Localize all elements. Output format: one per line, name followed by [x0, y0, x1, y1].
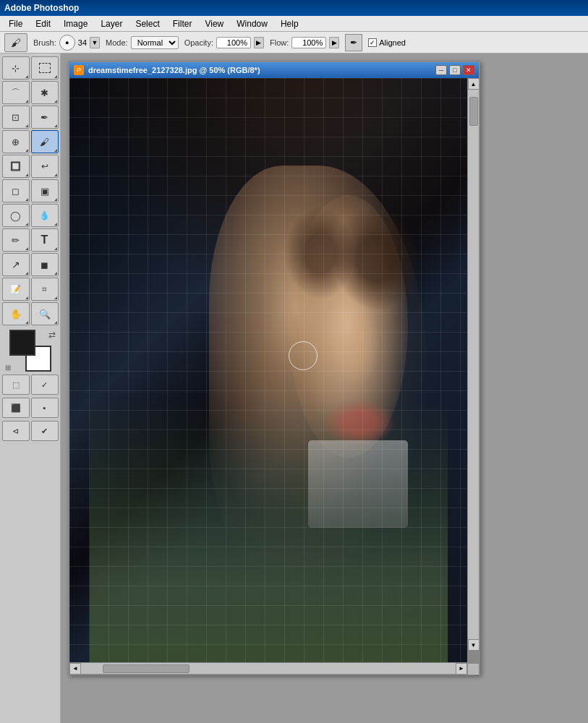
tool-select-rect[interactable] [31, 56, 59, 80]
tool-row-9: ↗ ◼ [2, 253, 59, 276]
flow-arrow[interactable]: ▶ [329, 37, 339, 48]
scroll-thumb-horizontal[interactable] [103, 664, 189, 673]
scroll-left-arrow[interactable]: ◄ [69, 663, 81, 675]
tool-crop[interactable]: ⊡ [2, 106, 30, 129]
menu-help[interactable]: Help [275, 17, 304, 30]
quick-mask-row: ⬚ ✓ [2, 375, 59, 395]
mode-select[interactable]: Normal [131, 36, 179, 49]
tool-move[interactable]: ⊹ [2, 56, 30, 80]
brush-size-value: 34 [78, 38, 87, 47]
standard-mode-button[interactable]: ✓ [31, 375, 59, 395]
menu-edit[interactable]: Edit [30, 17, 56, 30]
scroll-corner [467, 663, 479, 675]
vertical-scrollbar[interactable]: ▲ ▼ [467, 78, 479, 651]
brush-size-arrow[interactable]: ▼ [90, 37, 100, 48]
extra-tools-row: ⊲ ✔ [2, 421, 59, 441]
tool-row-11: ✋ 🔍 [2, 302, 59, 325]
tool-lasso[interactable]: ⌒ [2, 81, 30, 104]
flow-label: Flow: [270, 38, 289, 47]
horizontal-scrollbar[interactable]: ◄ ► [69, 662, 479, 674]
current-tool-icon[interactable]: 🖌 [4, 33, 27, 52]
app-title: Adobe Photoshop [4, 3, 79, 13]
maximize-button[interactable]: □ [449, 65, 461, 75]
tool-row-3: ⊡ ✒ [2, 106, 59, 129]
canvas-area: P dreamstimefree_2127328.jpg @ 50% (RGB/… [61, 54, 588, 723]
aligned-checkbox[interactable]: ✓ [368, 38, 377, 47]
tool-gradient[interactable]: ▣ [31, 179, 59, 202]
menu-image[interactable]: Image [58, 17, 93, 30]
tool-type[interactable]: T [31, 228, 59, 252]
close-button[interactable]: ✕ [463, 65, 474, 75]
foreground-color[interactable] [9, 330, 35, 356]
aligned-label: Aligned [379, 38, 406, 47]
screen-mode-btn2[interactable]: ▪ [31, 398, 59, 418]
menu-filter[interactable]: Filter [167, 17, 198, 30]
tool-row-8: ✏ T [2, 228, 59, 252]
opacity-arrow[interactable]: ▶ [254, 37, 264, 48]
tool-stamp[interactable]: 🔲 [2, 155, 30, 178]
tool-hand[interactable]: ✋ [2, 302, 30, 325]
window-controls: ─ □ ✕ [435, 65, 474, 75]
tool-eraser[interactable]: ◻ [2, 179, 30, 202]
tool-row-10: 📝 ⌗ [2, 278, 59, 301]
tool-eyedropper[interactable]: ✒ [31, 106, 59, 129]
document-titlebar[interactable]: P dreamstimefree_2127328.jpg @ 50% (RGB/… [69, 62, 479, 78]
mode-group: Mode: Normal [106, 36, 179, 49]
screen-mode-row: ⬛ ▪ [2, 398, 59, 418]
svg-rect-0 [69, 78, 467, 662]
opacity-value[interactable]: 100% [216, 37, 251, 48]
scroll-right-arrow[interactable]: ► [456, 663, 467, 675]
tool-blur[interactable]: 💧 [31, 204, 59, 227]
tool-row-5: 🔲 ↩ [2, 155, 59, 178]
scroll-track-horizontal[interactable] [81, 664, 456, 674]
tool-history-brush[interactable]: ↩ [31, 155, 59, 178]
tool-dodge[interactable]: ◯ [2, 204, 30, 227]
flow-group: Flow: 100% ▶ [270, 37, 339, 48]
menu-window[interactable]: Window [231, 17, 273, 30]
tool-pen[interactable]: ✏ [2, 228, 30, 252]
brush-preview[interactable]: ● [59, 35, 75, 51]
menu-layer[interactable]: Layer [95, 17, 128, 30]
doc-title: dreamstimefree_2127328.jpg @ 50% (RGB/8*… [88, 66, 260, 74]
tool-row-4: ⊕ 🖌 [2, 130, 59, 153]
document-window: P dreamstimefree_2127328.jpg @ 50% (RGB/… [68, 61, 480, 675]
color-reset[interactable]: ⊞ [5, 364, 11, 372]
scroll-thumb-vertical[interactable] [469, 97, 478, 126]
tool-notes[interactable]: 📝 [2, 278, 30, 301]
tool-row-2: ⌒ ✱ [2, 81, 59, 104]
airbrush-icon[interactable]: ✒ [345, 34, 362, 51]
tool-row-7: ◯ 💧 [2, 204, 59, 227]
extra-tool1[interactable]: ⊲ [2, 421, 30, 441]
scroll-up-arrow[interactable]: ▲ [468, 78, 480, 90]
tool-row-1: ⊹ [2, 56, 59, 80]
options-bar: 🖌 Brush: ● 34 ▼ Mode: Normal Opacity: 10… [0, 32, 588, 54]
canvas-viewport[interactable]: ▲ ▼ [69, 78, 479, 662]
extra-tool2[interactable]: ✔ [31, 421, 59, 441]
menu-view[interactable]: View [199, 17, 229, 30]
tool-zoom[interactable]: 🔍 [31, 302, 59, 325]
mode-label: Mode: [106, 38, 128, 47]
doc-icon: P [74, 65, 84, 75]
color-swap[interactable]: ⇄ [48, 330, 56, 340]
title-bar: Adobe Photoshop [0, 0, 588, 16]
minimize-button[interactable]: ─ [435, 65, 447, 75]
color-section: ⇄ ⊞ [2, 330, 59, 372]
screen-mode-btn1[interactable]: ⬛ [2, 398, 30, 418]
tool-eyedropper2[interactable]: ⌗ [31, 278, 59, 301]
quick-mask-button[interactable]: ⬚ [2, 375, 30, 395]
tool-row-6: ◻ ▣ [2, 179, 59, 202]
tool-magic-wand[interactable]: ✱ [31, 81, 59, 104]
toolbar: ⊹ ⌒ ✱ ⊡ ✒ ⊕ 🖌 [0, 54, 61, 723]
scroll-down-arrow[interactable]: ▼ [468, 639, 480, 651]
grid-overlay [69, 78, 467, 662]
menu-select[interactable]: Select [129, 17, 165, 30]
tool-shape[interactable]: ◼ [31, 253, 59, 276]
scroll-track-vertical[interactable] [469, 90, 479, 639]
brush-group: Brush: ● 34 ▼ [33, 35, 100, 51]
opacity-label: Opacity: [184, 38, 213, 47]
menu-file[interactable]: File [3, 17, 28, 30]
tool-brush[interactable]: 🖌 [31, 130, 59, 153]
flow-value[interactable]: 100% [291, 37, 326, 48]
tool-path-select[interactable]: ↗ [2, 253, 30, 276]
tool-heal[interactable]: ⊕ [2, 130, 30, 153]
